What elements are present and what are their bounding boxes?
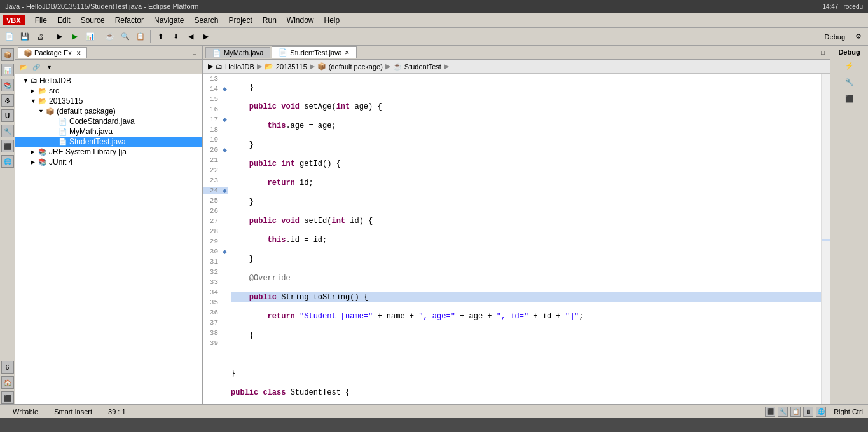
code-line-29: public class StudentTest {	[231, 388, 821, 398]
code-line-25: return "Student [name=" + name + ", age=…	[231, 311, 821, 321]
breadcrumb-pkg[interactable]: (default package)	[329, 63, 383, 71]
editor-minimize[interactable]: —	[808, 48, 817, 57]
menu-project[interactable]: Project	[223, 15, 257, 26]
tree-item-defpkg[interactable]: ▼ 📦 (default package)	[15, 106, 202, 116]
menu-bar: VBX File Edit Source Refactor Navigate S…	[0, 13, 868, 28]
toolbar-new[interactable]: 📄	[3, 30, 17, 44]
status-icon-2[interactable]: 🔧	[778, 407, 788, 417]
menu-run[interactable]: Run	[258, 15, 282, 26]
tab-studenttest[interactable]: 📄 StudentTest.java ✕	[272, 46, 356, 58]
toolbar-search[interactable]: 🔍	[118, 30, 132, 44]
sidebar-icon-globe[interactable]: 🌐	[1, 155, 14, 168]
sidebar-icon-home[interactable]: 🏠	[1, 376, 14, 389]
breadcrumb-arrow: ▶	[208, 62, 213, 71]
toolbar-java-browse[interactable]: ☕	[103, 30, 117, 44]
sidebar-icon-number[interactable]: 6	[1, 361, 14, 374]
sidebar-icon-black[interactable]: ⬛	[1, 391, 14, 404]
tab-studenttest-close[interactable]: ✕	[345, 50, 350, 56]
system-tray-user: rocedu	[843, 3, 863, 10]
toolbar-open-type[interactable]: 📋	[134, 30, 148, 44]
code-line-28: }	[231, 368, 821, 379]
tree-item-studenttest[interactable]: 📄 StudentTest.java	[15, 137, 202, 147]
toolbar-perspective[interactable]: ⚙	[851, 30, 865, 44]
editor-maximize[interactable]: □	[818, 48, 827, 57]
tree-item-codestandard[interactable]: 📄 CodeStandard.java	[15, 116, 202, 126]
menu-source[interactable]: Source	[76, 15, 110, 26]
label-mymath: MyMath.java	[69, 127, 113, 136]
menu-file[interactable]: File	[30, 15, 52, 26]
right-panel-btn-1[interactable]: ⚡	[843, 58, 857, 72]
editor-tab-bar: 📄 MyMath.java 📄 StudentTest.java ✕ — □	[203, 46, 830, 60]
toolbar: 📄 💾 🖨 ▶ ▶ 📊 ☕ 🔍 📋 ⬆ ⬇ ◀ ▶ Debug ⚙	[0, 28, 868, 46]
tab-studenttest-label: StudentTest.java	[290, 49, 341, 57]
toolbar-next-annotation[interactable]: ⬇	[169, 30, 183, 44]
status-icon-1[interactable]: ⬛	[765, 407, 775, 417]
tab-mymath[interactable]: 📄 MyMath.java	[205, 47, 270, 58]
sidebar-icon-u[interactable]: U	[1, 109, 14, 122]
editor-overview-ruler	[821, 74, 830, 404]
arrow-defpkg: ▼	[38, 108, 45, 114]
tree-item-jre[interactable]: ▶ 📚 JRE System Library [ja	[15, 147, 202, 157]
explorer-panel: 📦 Package Ex ✕ — □ 📂 🔗 ▾ ▼ 🗂 HelloJDB	[15, 46, 203, 404]
tab-mymath-icon: 📄	[212, 49, 221, 57]
toolbar-prev-annotation[interactable]: ⬆	[153, 30, 167, 44]
status-icon-3[interactable]: 📋	[790, 407, 801, 417]
explorer-tab-bar: 📦 Package Ex ✕ — □	[15, 46, 202, 60]
sidebar-icon-package[interactable]: 📦	[1, 48, 14, 61]
status-icon-5[interactable]: 🌐	[816, 407, 826, 417]
breadcrumb-class[interactable]: StudentTest	[404, 63, 441, 71]
icon-mymath: 📄	[59, 128, 67, 136]
tree-item-src[interactable]: ▶ 📂 src	[15, 86, 202, 96]
editor-tabs: 📄 MyMath.java 📄 StudentTest.java ✕	[205, 46, 358, 58]
explorer-dropdown[interactable]: ▾	[43, 61, 55, 72]
position-label: 39 : 1	[108, 408, 126, 415]
menu-refactor[interactable]: Refactor	[110, 15, 149, 26]
explorer-minimize[interactable]: —	[180, 48, 189, 57]
code-editor[interactable]: 13 14◆ 15 16 17◆ 18 19 20◆ 21 22 23 24◆ …	[203, 74, 830, 404]
toolbar-print[interactable]: 🖨	[33, 30, 47, 44]
tab-mymath-label: MyMath.java	[224, 49, 263, 57]
sidebar-icon-spreadsheet[interactable]: 📊	[1, 64, 14, 76]
code-line-14: public void setAge(int age) {	[231, 102, 821, 112]
toolbar-forward[interactable]: ▶	[199, 30, 213, 44]
right-panel-btn-2[interactable]: 🔧	[843, 75, 857, 89]
explorer-tab[interactable]: 📦 Package Ex ✕	[18, 47, 87, 58]
toolbar-save[interactable]: 💾	[18, 30, 32, 44]
label-junit: JUnit 4	[49, 158, 72, 166]
sidebar-icon-settings[interactable]: ⚙	[1, 94, 14, 107]
breadcrumb-20135115[interactable]: 20135115	[276, 63, 307, 71]
sidebar-icon-tools[interactable]: 🔧	[1, 125, 14, 137]
insert-mode-label: Smart Insert	[54, 408, 92, 415]
sidebar-icon-terminal[interactable]: ⬛	[1, 140, 14, 152]
code-line-17: public int getId() {	[231, 159, 821, 169]
menu-edit[interactable]: Edit	[52, 15, 76, 26]
explorer-tab-close[interactable]: ✕	[76, 50, 81, 57]
toolbar-run-last[interactable]: ▶	[53, 30, 67, 44]
toolbar-back[interactable]: ◀	[184, 30, 198, 44]
code-text-area[interactable]: } public void setAge(int age) { this.age…	[228, 74, 821, 404]
explorer-link[interactable]: 🔗	[31, 61, 42, 72]
sidebar-icon-book[interactable]: 📚	[1, 79, 14, 91]
label-20135115: 20135115	[49, 97, 83, 105]
tree-item-junit[interactable]: ▶ 📚 JUnit 4	[15, 157, 202, 167]
menu-window[interactable]: Window	[282, 15, 319, 26]
toolbar-run[interactable]: ▶	[68, 30, 82, 44]
tree-item-hellojdb[interactable]: ▼ 🗂 HelloJDB	[15, 76, 202, 86]
file-tree: ▼ 🗂 HelloJDB ▶ 📂 src ▼ 📂 20135115 ▼	[15, 74, 202, 404]
perspective-debug[interactable]: Debug	[825, 33, 845, 41]
menu-search[interactable]: Search	[189, 15, 223, 26]
writable-label: Writable	[13, 408, 38, 415]
explorer-collapse[interactable]: 📂	[18, 61, 29, 72]
code-line-13: }	[231, 83, 821, 93]
tree-item-mymath[interactable]: 📄 MyMath.java	[15, 126, 202, 137]
right-panel-btn-3[interactable]: ⬛	[843, 91, 857, 105]
sidebar-icons: 📦 📊 📚 ⚙ U 🔧 ⬛ 🌐 6 🏠 ⬛	[0, 46, 15, 404]
menu-navigate[interactable]: Navigate	[149, 15, 189, 26]
code-line-23: @Override	[231, 273, 821, 283]
explorer-maximize[interactable]: □	[190, 48, 199, 57]
status-icon-4[interactable]: 🖥	[803, 407, 813, 417]
breadcrumb-hellojdb[interactable]: HelloJDB	[225, 63, 254, 71]
toolbar-coverage[interactable]: 📊	[83, 30, 97, 44]
menu-help[interactable]: Help	[319, 15, 345, 26]
tree-item-20135115[interactable]: ▼ 📂 20135115	[15, 96, 202, 106]
